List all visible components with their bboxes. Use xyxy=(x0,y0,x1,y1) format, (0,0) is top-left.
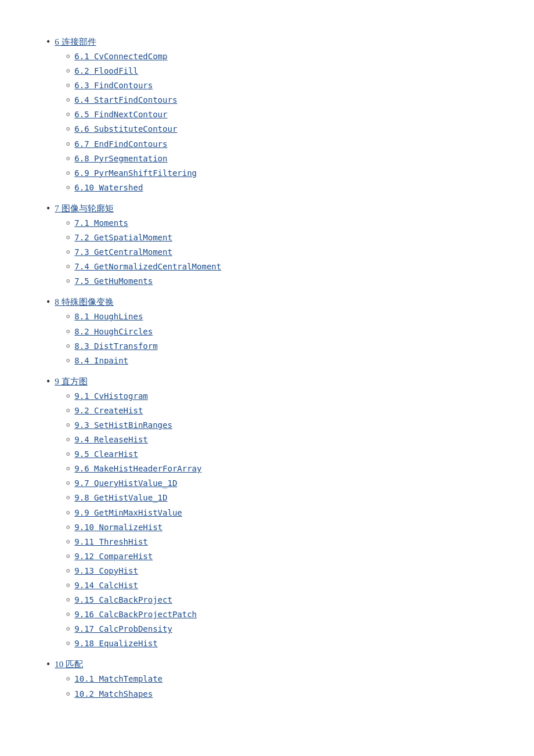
sub-bullet-icon: o xyxy=(66,448,70,459)
sub-item-link[interactable]: 6.7 EndFindContours xyxy=(74,138,167,151)
sub-bullet-icon: o xyxy=(66,93,70,105)
sub-bullet-icon: o xyxy=(66,521,70,532)
sub-item-link[interactable]: 6.3 FindContours xyxy=(74,79,153,92)
list-item: o7.5 GetHuMoments xyxy=(66,275,488,288)
sub-bullet-icon: o xyxy=(66,672,70,684)
sub-bullet-icon: o xyxy=(66,246,70,257)
list-item: o6.7 EndFindContours xyxy=(66,138,488,151)
sub-bullet-icon: o xyxy=(66,535,70,547)
sub-item-link[interactable]: 6.4 StartFindContours xyxy=(74,93,177,107)
sub-bullet-icon: o xyxy=(66,354,70,366)
sub-bullet-icon: o xyxy=(66,79,70,91)
sub-item-link[interactable]: 7.3 GetCentralMoment xyxy=(74,246,172,259)
list-item: o9.11 ThreshHist xyxy=(66,535,488,549)
list-item: o9.5 ClearHist xyxy=(66,448,488,461)
sub-item-link[interactable]: 9.12 CompareHist xyxy=(74,550,153,563)
sub-list-section10: o10.1 MatchTemplateo10.2 MatchShapes xyxy=(66,672,488,700)
list-item: o6.1 CvConnectedComp xyxy=(66,50,488,63)
sub-item-link[interactable]: 9.6 MakeHistHeaderForArray xyxy=(74,462,201,476)
sub-bullet-icon: o xyxy=(66,622,70,634)
sub-item-link[interactable]: 9.10 NormalizeHist xyxy=(74,521,163,534)
sub-item-link[interactable]: 8.1 HoughLines xyxy=(74,310,143,323)
sub-bullet-icon: o xyxy=(66,260,70,272)
list-item: o7.4 GetNormalizedCentralMoment xyxy=(66,260,488,273)
sub-bullet-icon: o xyxy=(66,491,70,503)
sub-bullet-icon: o xyxy=(66,506,70,518)
section-item-section10: •10 匹配o10.1 MatchTemplateo10.2 MatchShap… xyxy=(46,657,488,703)
sub-item-link[interactable]: 8.4 Inpaint xyxy=(74,354,128,368)
sub-item-link[interactable]: 9.1 CvHistogram xyxy=(74,390,147,403)
bullet-icon: • xyxy=(46,295,50,309)
sub-item-link[interactable]: 9.8 GetHistValue_1D xyxy=(74,491,167,505)
sub-item-link[interactable]: 9.3 SetHistBinRanges xyxy=(74,419,172,432)
list-item: o9.1 CvHistogram xyxy=(66,390,488,403)
sub-item-link[interactable]: 6.8 PyrSegmentation xyxy=(74,152,167,165)
sub-item-link[interactable]: 10.1 MatchTemplate xyxy=(74,672,163,686)
list-item: o9.15 CalcBackProject xyxy=(66,593,488,607)
list-item: o6.8 PyrSegmentation xyxy=(66,152,488,165)
sub-item-link[interactable]: 8.3 DistTransform xyxy=(74,340,157,353)
sub-item-link[interactable]: 6.6 SubstituteContour xyxy=(74,123,177,136)
sub-item-link[interactable]: 9.18 EqualizeHist xyxy=(74,637,157,650)
sub-item-link[interactable]: 6.1 CvConnectedComp xyxy=(74,50,167,63)
sub-item-link[interactable]: 9.2 CreateHist xyxy=(74,404,143,417)
list-item: o9.7 QueryHistValue_1D xyxy=(66,477,488,490)
list-item: o7.2 GetSpatialMoment xyxy=(66,231,488,244)
sub-item-link[interactable]: 6.5 FindNextContour xyxy=(74,108,167,121)
sub-item-link[interactable]: 7.2 GetSpatialMoment xyxy=(74,231,172,244)
sub-item-link[interactable]: 9.11 ThreshHist xyxy=(74,535,147,549)
list-item: o9.4 ReleaseHist xyxy=(66,433,488,447)
sub-item-link[interactable]: 7.4 GetNormalizedCentralMoment xyxy=(74,260,221,273)
sub-list-section9: o9.1 CvHistogramo9.2 CreateHisto9.3 SetH… xyxy=(66,390,488,651)
sub-item-link[interactable]: 9.14 CalcHist xyxy=(74,579,138,592)
sub-bullet-icon: o xyxy=(66,404,70,416)
sub-bullet-icon: o xyxy=(66,608,70,620)
sub-item-link[interactable]: 6.2 FloodFill xyxy=(74,64,138,78)
section-link-section7[interactable]: 7 图像与轮廓矩 xyxy=(55,204,113,213)
sub-list-section7: o7.1 Momentso7.2 GetSpatialMomento7.3 Ge… xyxy=(66,217,488,288)
section-link-section6[interactable]: 6 连接部件 xyxy=(55,37,96,46)
section-content: 7 图像与轮廓矩o7.1 Momentso7.2 GetSpatialMomen… xyxy=(55,201,488,290)
section-link-section9[interactable]: 9 直方图 xyxy=(55,377,87,386)
main-list: •6 连接部件o6.1 CvConnectedCompo6.2 FloodFil… xyxy=(46,35,488,703)
sub-item-link[interactable]: 9.5 ClearHist xyxy=(74,448,138,461)
bullet-icon: • xyxy=(46,201,50,216)
sub-item-link[interactable]: 10.2 MatchShapes xyxy=(74,687,153,701)
sub-item-link[interactable]: 9.7 QueryHistValue_1D xyxy=(74,477,177,490)
sub-item-link[interactable]: 6.9 PyrMeanShiftFiltering xyxy=(74,167,197,180)
sub-bullet-icon: o xyxy=(66,152,70,164)
sub-item-link[interactable]: 9.17 CalcProbDensity xyxy=(74,622,172,636)
bullet-icon: • xyxy=(46,375,50,389)
sub-list-section8: o8.1 HoughLineso8.2 HoughCircleso8.3 Dis… xyxy=(66,310,488,367)
sub-item-link[interactable]: 9.9 GetMinMaxHistValue xyxy=(74,506,182,520)
section-item-section8: •8 特殊图像变换o8.1 HoughLineso8.2 HoughCircle… xyxy=(46,295,488,369)
sub-item-link[interactable]: 8.2 HoughCircles xyxy=(74,325,153,339)
section-item-section7: •7 图像与轮廓矩o7.1 Momentso7.2 GetSpatialMome… xyxy=(46,201,488,290)
section-content: 6 连接部件o6.1 CvConnectedCompo6.2 FloodFill… xyxy=(55,35,488,197)
list-item: o9.14 CalcHist xyxy=(66,579,488,592)
sub-item-link[interactable]: 7.1 Moments xyxy=(74,217,128,230)
list-item: o9.17 CalcProbDensity xyxy=(66,622,488,636)
sub-bullet-icon: o xyxy=(66,390,70,401)
section-link-section8[interactable]: 8 特殊图像变换 xyxy=(55,297,113,307)
list-item: o9.2 CreateHist xyxy=(66,404,488,417)
sub-bullet-icon: o xyxy=(66,310,70,322)
sub-bullet-icon: o xyxy=(66,593,70,605)
sub-item-link[interactable]: 9.16 CalcBackProjectPatch xyxy=(74,608,197,621)
sub-bullet-icon: o xyxy=(66,217,70,228)
list-item: o9.18 EqualizeHist xyxy=(66,637,488,650)
list-item: o6.9 PyrMeanShiftFiltering xyxy=(66,167,488,180)
sub-bullet-icon: o xyxy=(66,462,70,474)
sub-bullet-icon: o xyxy=(66,579,70,591)
sub-item-link[interactable]: 9.15 CalcBackProject xyxy=(74,593,172,607)
sub-item-link[interactable]: 6.10 Watershed xyxy=(74,181,143,195)
sub-bullet-icon: o xyxy=(66,123,70,134)
section-link-section10[interactable]: 10 匹配 xyxy=(55,660,83,669)
sub-bullet-icon: o xyxy=(66,231,70,243)
list-item: o6.6 SubstituteContour xyxy=(66,123,488,136)
sub-item-link[interactable]: 9.4 ReleaseHist xyxy=(74,433,147,447)
sub-item-link[interactable]: 7.5 GetHuMoments xyxy=(74,275,153,288)
list-item: o9.13 CopyHist xyxy=(66,564,488,578)
sub-item-link[interactable]: 9.13 CopyHist xyxy=(74,564,138,578)
list-item: o6.3 FindContours xyxy=(66,79,488,92)
